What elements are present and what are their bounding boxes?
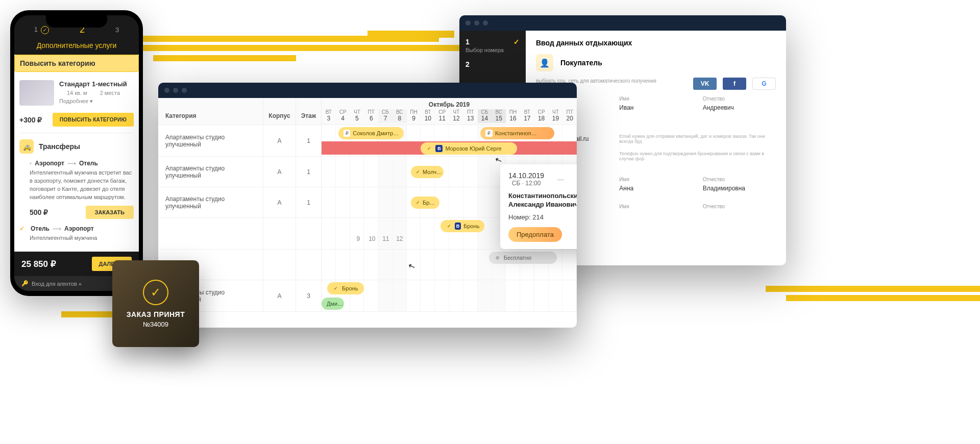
availability-numbers: 9101112 [351,235,406,246]
calendar-day[interactable]: СБ14 [478,109,492,123]
row-category: Апартаменты студио улучшенный [158,187,263,217]
step-1[interactable]: 1 [34,26,49,34]
calendar-window: Категория Корпус Этаж Октябрь 2019 ВТ3СР… [158,83,577,328]
social-google-button[interactable]: G [752,78,776,90]
calendar-day[interactable]: СР18 [534,109,549,123]
transfer-desc-1: Интеллигентный мужчина встретит вас в аэ… [30,169,134,202]
name-label: Имя [619,96,692,102]
room-name: Стандарт 1-местный [59,80,127,88]
calendar-day[interactable]: ПТ6 [364,109,378,123]
calendar-day[interactable]: ПН16 [506,109,520,123]
booking-bar[interactable]: ₽Соколов Дмитр… [338,127,404,139]
social-vk-button[interactable]: VK [693,78,717,90]
buyer-label: Покупатель [560,59,602,67]
calendar-row: ⊘Бесплатно [158,250,577,280]
key-icon: 🔑 [21,280,29,287]
calendar-day[interactable]: ВТ17 [520,109,534,123]
order-accepted-card: ✓ ЗАКАЗ ПРИНЯТ №34009 [112,260,199,347]
transfer-desc-2: Интеллигентный мужчина [30,234,134,242]
booking-bar[interactable]: ✓Бронь [327,282,364,294]
wizard-step-2[interactable]: 2 [465,60,520,68]
room-photo [19,80,54,106]
calendar-day[interactable]: СР11 [435,109,449,123]
booking-bar[interactable]: ✓BМорозов Юрий Серге [421,142,517,155]
calendar-day[interactable]: ЧТ12 [449,109,463,123]
transfers-title: Трансферы [39,142,80,151]
calendar-day[interactable]: ПТ13 [463,109,478,123]
decor-stripe [786,295,980,301]
booking-popup: 14.10.2019 СБ · 12:00 — 18.10.2019 СР · … [500,164,577,249]
order-accepted-title: ЗАКАЗ ПРИНЯТ [127,310,185,318]
room-area: 14 кв. м [59,90,87,96]
calendar-day[interactable]: ВТ3 [322,109,336,123]
booking-bar[interactable]: ₽Константиноп… [480,127,554,139]
transfer-route-1[interactable]: • Аэропорт ⟶ Отель [30,159,134,169]
step-3[interactable]: 3 [115,26,119,34]
calendar-day[interactable]: ВС15 [492,109,506,123]
calendar-row: Апартаменты студио улучшенный A 1 ₽Сокол… [158,125,577,157]
row-building [263,250,296,280]
popup-guest-name: Константинопольский Александр Иванович [508,192,577,209]
order-number: №34009 [143,320,168,328]
cursor-icon [408,261,414,269]
column-category: Категория [158,98,263,125]
social-fb-button[interactable]: f [723,78,746,90]
popup-date-from: 14.10.2019 [508,171,544,180]
calendar-day[interactable]: ПТ20 [562,109,577,123]
booking-bar[interactable]: ✓Молч… [411,166,444,178]
transfer-icon: 🚕 [19,139,34,154]
upgrade-price: +300 ₽ [19,116,42,124]
row-building [263,218,296,249]
transfer-route-2[interactable]: Отель ⟶ Аэропорт [30,224,134,234]
total-amount: 25 850 ₽ [21,259,56,269]
room-details-link[interactable]: Подробнее ▾ [59,98,127,105]
column-building: Корпус [263,98,296,125]
row-timeline[interactable]: ⊘Бесплатно [322,250,577,280]
calendar-day[interactable]: ВС8 [393,109,407,123]
decor-stripe [143,45,470,51]
row-floor [296,218,322,249]
calendar-row: Апартаменты студио улучшенный A 3 ✓Бронь… [158,280,577,312]
cursor-icon [495,155,501,163]
decor-stripe [766,286,980,292]
calendar-day[interactable]: СБ7 [378,109,393,123]
check-circle-icon: ✓ [143,280,168,305]
row-floor: 3 [296,280,322,311]
row-timeline[interactable]: ✓БроньДми… [322,280,577,311]
room-places: 2 места [92,90,120,96]
wizard-title: Дополнительные услуги [14,38,139,55]
wizard-step-1[interactable]: 1✓ [465,38,520,46]
row-timeline[interactable]: ₽Соколов Дмитр…₽Константиноп…✓BМорозов Ю… [322,125,577,156]
row-floor [296,250,322,280]
wizard-step-1-label: Выбор номера [465,47,520,53]
upgrade-button[interactable]: ПОВЫСИТЬ КАТЕГОРИЮ [53,113,134,127]
row-category: Апартаменты студио улучшенный [158,157,263,187]
calendar-day[interactable]: СР4 [336,109,350,123]
booking-bar[interactable]: ✓Бр… [411,196,439,209]
booking-bar[interactable]: Дми… [322,298,344,310]
popup-room: Номер: 214 [508,213,577,221]
calendar-day[interactable]: ЧТ19 [549,109,563,123]
g2-name-input[interactable]: Анна [619,183,692,193]
popup-status-badge: Предоплата [508,227,562,242]
calendar-day[interactable]: ВТ10 [421,109,435,123]
row-building: A [263,280,296,311]
row-building: A [263,125,296,156]
booking-bar[interactable]: ✓BБронь [440,220,484,232]
calendar-day[interactable]: ЧТ5 [350,109,364,123]
booking-bar[interactable]: ⊘Бесплатно [489,252,557,264]
decor-stripe [368,31,454,38]
patronymic-input[interactable]: Андреевич [703,103,776,113]
calendar-day[interactable]: ПН9 [407,109,421,123]
window-titlebar [158,83,577,98]
popup-dow-from: СБ · 12:00 [508,180,544,187]
name-input[interactable]: Иван [619,103,692,113]
email-hint: Email нужен для отправки квитанций, дат … [619,134,776,144]
decor-stripe [153,55,296,61]
page-title: Ввод данных отдыхающих [536,39,776,47]
transfer-order-button[interactable]: ЗАКАЗАТЬ [86,206,134,219]
row-category [158,218,263,249]
calendar-days: ВТ3СР4ЧТ5ПТ6СБ7ВС8ПН9ВТ10СР11ЧТ12ПТ13СБ1… [322,109,577,123]
upgrade-category-header: Повысить категорию [14,55,139,72]
g2-patr-input[interactable]: Владимировна [703,183,776,193]
